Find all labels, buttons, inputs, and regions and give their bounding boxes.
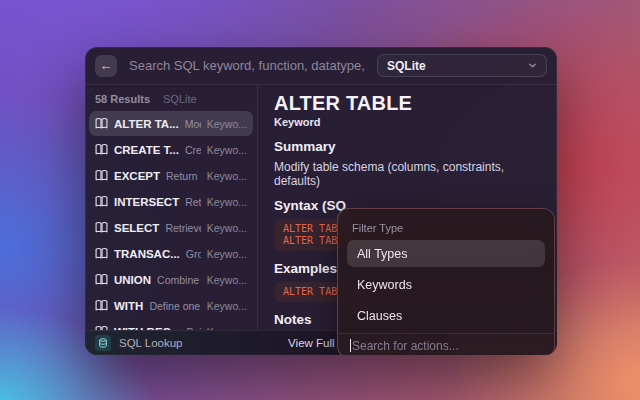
result-type: Keywo... — [207, 144, 247, 156]
list-item-except[interactable]: EXCEPT Return rows f... Keywo... — [89, 163, 253, 188]
result-type: Keywo... — [207, 196, 247, 208]
engine-dropdown[interactable]: SQLite — [377, 54, 547, 77]
popover-section-label: Filter Type — [347, 222, 545, 234]
text-cursor — [350, 339, 351, 352]
filter-option-label: Keywords — [357, 278, 412, 292]
open-book-icon — [95, 299, 108, 312]
result-title: SELECT — [114, 222, 159, 234]
results-list: 58 Results SQLite ALTER TA... Modify ta.… — [85, 85, 258, 330]
result-subtitle: Group st... — [186, 248, 201, 260]
search-bar: ← SQLite — [85, 47, 557, 85]
open-book-icon — [95, 169, 108, 182]
filter-type-popover: Filter Type All Types Keywords Clauses S… — [337, 208, 555, 355]
back-button[interactable]: ← — [95, 55, 117, 77]
summary-text: Modify table schema (columns, constraint… — [274, 160, 541, 188]
result-subtitle: Return ro... — [185, 196, 201, 208]
chevron-down-icon — [528, 59, 537, 73]
actions-search-input[interactable]: Search for actions... — [338, 333, 554, 355]
filter-option-label: Clauses — [357, 309, 402, 323]
open-book-icon — [95, 221, 108, 234]
result-title: EXCEPT — [114, 170, 160, 182]
actions-search-placeholder: Search for actions... — [352, 339, 459, 353]
filter-option-all-types[interactable]: All Types — [347, 240, 545, 267]
main-area: 58 Results SQLite ALTER TA... Modify ta.… — [85, 85, 557, 330]
result-type: Keywo... — [207, 248, 247, 260]
engine-dropdown-value: SQLite — [387, 59, 426, 73]
list-item-with[interactable]: WITH Define one or m... Keywo... — [89, 293, 253, 318]
list-item-select[interactable]: SELECT Retrieve colu... Keywo... — [89, 215, 253, 240]
result-subtitle: Return rows f... — [166, 170, 201, 182]
result-subtitle: Modify ta... — [185, 118, 201, 130]
filter-option-clauses[interactable]: Clauses — [347, 302, 545, 329]
app-name: SQL Lookup — [119, 337, 183, 349]
list-item-with-recursive[interactable]: WITH REC... Build rec... Keywo... — [89, 319, 253, 330]
result-subtitle: Define one or m... — [149, 300, 200, 312]
results-scope: SQLite — [163, 93, 197, 105]
result-type: Keywo... — [207, 300, 247, 312]
result-subtitle: Retrieve colu... — [165, 222, 200, 234]
results-count: 58 Results — [95, 93, 150, 105]
result-title: INTERSECT — [114, 196, 179, 208]
open-book-icon — [95, 143, 108, 156]
search-input[interactable] — [127, 57, 367, 74]
list-item-create-table[interactable]: CREATE T... Create a... Keywo... — [89, 137, 253, 162]
result-title: CREATE T... — [114, 144, 179, 156]
detail-title: ALTER TABLE — [274, 92, 541, 114]
popover-options: Filter Type All Types Keywords Clauses — [338, 209, 554, 333]
open-book-icon — [95, 247, 108, 260]
open-book-icon — [95, 117, 108, 130]
filter-option-label: All Types — [357, 247, 408, 261]
result-title: ALTER TA... — [114, 118, 179, 130]
summary-heading: Summary — [274, 138, 541, 155]
open-book-icon — [95, 273, 108, 286]
result-type: Keywo... — [207, 170, 247, 182]
result-title: TRANSAC... — [114, 248, 180, 260]
list-item-union[interactable]: UNION Combine resul... Keywo... — [89, 267, 253, 292]
results-rows: ALTER TA... Modify ta... Keywo... CREATE… — [85, 111, 257, 330]
results-header: 58 Results SQLite — [85, 90, 257, 111]
result-type: Keywo... — [207, 118, 247, 130]
list-item-intersect[interactable]: INTERSECT Return ro... Keywo... — [89, 189, 253, 214]
open-book-icon — [95, 195, 108, 208]
arrow-left-icon: ← — [100, 59, 113, 72]
result-title: WITH — [114, 300, 143, 312]
result-subtitle: Create a... — [185, 144, 201, 156]
list-item-alter-table[interactable]: ALTER TA... Modify ta... Keywo... — [89, 111, 253, 136]
detail-type-label: Keyword — [274, 116, 541, 129]
filter-option-keywords[interactable]: Keywords — [347, 271, 545, 298]
result-type: Keywo... — [207, 274, 247, 286]
app-window: ← SQLite 58 Results SQLite ALTER TA... M… — [85, 47, 557, 355]
database-icon — [95, 335, 111, 351]
result-title: UNION — [114, 274, 151, 286]
result-type: Keywo... — [207, 222, 247, 234]
list-item-transaction[interactable]: TRANSAC... Group st... Keywo... — [89, 241, 253, 266]
result-subtitle: Combine resul... — [157, 274, 201, 286]
